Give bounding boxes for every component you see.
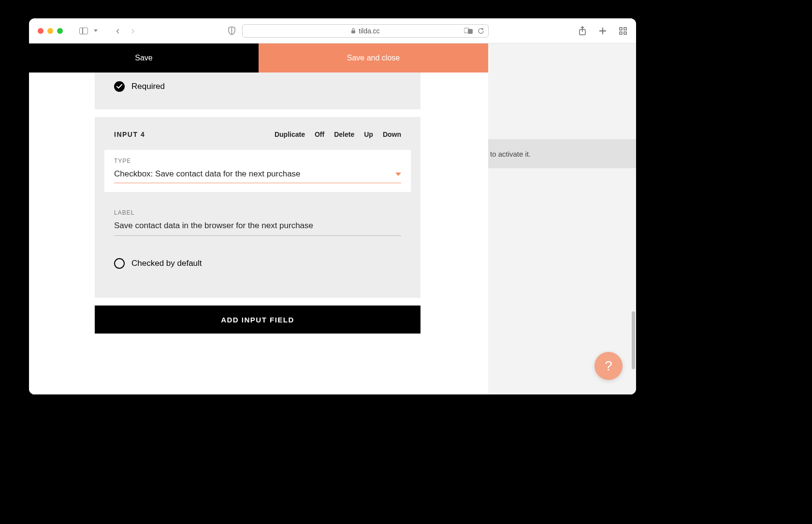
editor-scroll-area[interactable]: Required INPUT 4 Duplicate Off Delete Up… (29, 73, 488, 394)
close-window-icon[interactable] (38, 28, 44, 34)
checked-default-label: Checked by default (131, 259, 202, 268)
input-card-header: INPUT 4 Duplicate Off Delete Up Down (114, 131, 401, 138)
input-card-actions: Duplicate Off Delete Up Down (275, 131, 401, 138)
sidebar-toggle-icon[interactable] (79, 28, 88, 34)
label-field-label: LABEL (114, 209, 401, 216)
tab-groups-dropdown-icon[interactable] (94, 29, 98, 32)
new-tab-icon[interactable] (598, 27, 607, 35)
label-input[interactable]: Save contact data in the browser for the… (114, 221, 401, 236)
browser-chrome: ‹ › tilda.cc (29, 18, 636, 44)
activate-text-fragment: to activate it. (490, 150, 531, 158)
type-field-label: TYPE (114, 158, 401, 164)
label-field-section: LABEL Save contact data in the browser f… (114, 209, 401, 236)
address-bar[interactable]: tilda.cc (242, 24, 489, 38)
fullscreen-window-icon[interactable] (57, 28, 63, 34)
url-host: tilda.cc (359, 27, 380, 35)
activate-banner: to activate it. (488, 139, 636, 168)
delete-action[interactable]: Delete (334, 131, 354, 138)
checked-default-section: Checked by default (114, 258, 401, 269)
type-select[interactable]: Checkbox: Save contact data for the next… (114, 169, 401, 183)
lock-icon (351, 28, 356, 34)
share-icon[interactable] (578, 27, 587, 35)
move-up-action[interactable]: Up (364, 131, 373, 138)
off-action[interactable]: Off (315, 131, 324, 138)
checked-default-toggle[interactable]: Checked by default (114, 258, 401, 269)
required-label: Required (131, 82, 165, 91)
svg-rect-5 (624, 28, 626, 30)
scrollbar-thumb[interactable] (632, 311, 635, 369)
type-field-box: TYPE Checkbox: Save contact data for the… (104, 150, 411, 192)
svg-rect-6 (620, 32, 622, 34)
chevron-down-icon (395, 173, 401, 176)
required-toggle-row[interactable]: Required (114, 81, 401, 92)
svg-rect-4 (620, 28, 622, 30)
add-input-field-button[interactable]: ADD INPUT FIELD (95, 306, 420, 334)
input-card-previous: Required (95, 73, 420, 109)
page-viewport: Save Save and close Required (29, 44, 636, 394)
checkmark-icon (114, 81, 125, 92)
privacy-shield-icon[interactable] (228, 27, 235, 35)
address-section: tilda.cc (143, 24, 574, 38)
type-select-value: Checkbox: Save contact data for the next… (114, 169, 301, 179)
preview-pane: to activate it. ? (488, 44, 636, 394)
help-fab[interactable]: ? (594, 352, 623, 380)
input-card-4: INPUT 4 Duplicate Off Delete Up Down TYP… (95, 117, 420, 298)
browser-window: ‹ › tilda.cc (29, 18, 636, 394)
svg-rect-0 (351, 30, 355, 33)
back-button[interactable]: ‹ (112, 25, 123, 37)
save-and-close-button[interactable]: Save and close (259, 44, 488, 73)
reload-icon[interactable] (478, 28, 484, 34)
action-bar: Save Save and close (29, 44, 488, 73)
chrome-right-controls (578, 27, 627, 35)
svg-rect-7 (624, 32, 626, 34)
reader-translate-icon[interactable] (464, 28, 474, 34)
minimize-window-icon[interactable] (47, 28, 53, 34)
circle-icon (114, 258, 125, 269)
fields-column: Required INPUT 4 Duplicate Off Delete Up… (95, 73, 420, 334)
window-traffic-lights (38, 28, 63, 34)
save-button[interactable]: Save (29, 44, 259, 73)
forward-button: › (127, 25, 138, 37)
move-down-action[interactable]: Down (383, 131, 401, 138)
question-mark-icon: ? (605, 358, 612, 374)
tab-overview-icon[interactable] (619, 27, 627, 35)
editor-pane: Save Save and close Required (29, 44, 488, 394)
input-card-title: INPUT 4 (114, 131, 145, 138)
svg-rect-2 (468, 29, 473, 34)
duplicate-action[interactable]: Duplicate (275, 131, 305, 138)
